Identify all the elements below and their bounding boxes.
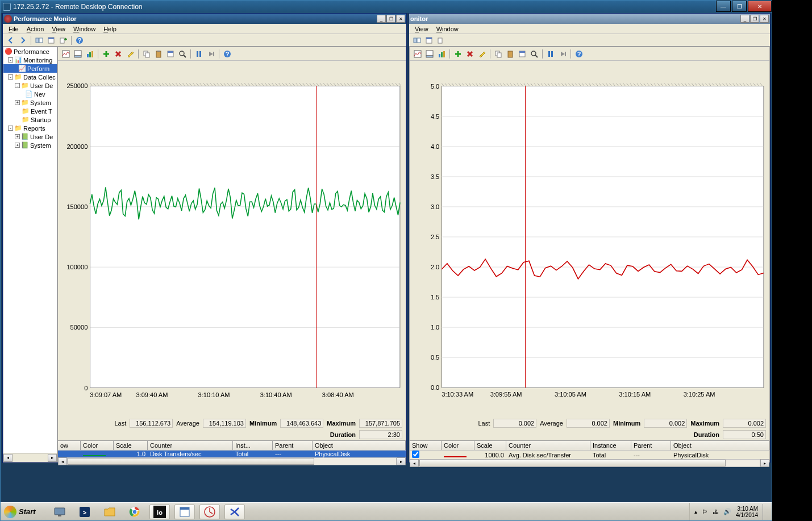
perfmon-b-titlebar[interactable]: onitor _ ❐ ✕: [409, 14, 770, 24]
minimize-button[interactable]: _: [377, 15, 386, 23]
freeze-button[interactable]: [193, 48, 205, 60]
taskbar-app-explorer[interactable]: [99, 505, 120, 519]
counter-grid-a[interactable]: ow Color Scale Counter Inst... Parent Ob…: [58, 440, 406, 462]
chart-a-plot[interactable]: 0500001000001500002000002500003:09:07 AM…: [58, 61, 406, 418]
col-counter[interactable]: Counter: [148, 441, 233, 450]
back-button[interactable]: [5, 35, 16, 46]
tray-clock[interactable]: 3:10 AM 4/1/2014: [736, 506, 758, 518]
collapse-icon[interactable]: -: [15, 83, 20, 88]
change-type-button[interactable]: [436, 48, 447, 60]
tree-h-scrollbar[interactable]: ◂ ▸: [3, 453, 57, 462]
scroll-right-button[interactable]: ▸: [397, 457, 406, 465]
help-button[interactable]: ?: [222, 48, 233, 60]
network-icon[interactable]: 🖧: [713, 509, 719, 515]
show-desktop-button[interactable]: [763, 504, 767, 520]
col-object[interactable]: Object: [671, 441, 769, 450]
sound-icon[interactable]: 🔊: [723, 508, 731, 515]
freeze-button[interactable]: [545, 48, 556, 60]
highlight-button[interactable]: [124, 48, 136, 60]
tree-perfmon-item[interactable]: 📈Perform: [3, 64, 57, 73]
tree-userdef2[interactable]: +📗User De: [3, 132, 57, 141]
copy-button[interactable]: [141, 48, 152, 60]
paste-button[interactable]: [153, 48, 164, 60]
menu-action[interactable]: Action: [23, 25, 48, 33]
collapse-icon[interactable]: -: [8, 57, 13, 62]
flag-icon[interactable]: 🏳: [702, 509, 708, 515]
view-current-button[interactable]: [60, 48, 72, 60]
restore-button[interactable]: ❐: [386, 15, 395, 23]
chart-b-plot[interactable]: 0.00.51.01.52.02.53.03.54.04.55.03:10:33…: [410, 61, 769, 418]
maximize-button[interactable]: ❐: [732, 1, 747, 12]
col-color[interactable]: Color: [442, 441, 474, 450]
menu-window[interactable]: Window: [433, 25, 462, 33]
properties-button[interactable]: [165, 48, 176, 60]
taskbar-app-server-manager[interactable]: [49, 505, 70, 519]
view-log-button[interactable]: [424, 48, 435, 60]
expand-icon[interactable]: +: [15, 134, 20, 139]
tree-root[interactable]: 🔴Performance: [3, 47, 57, 56]
grid-h-scrollbar[interactable]: ◂ ▸: [58, 457, 406, 465]
help-button[interactable]: ?: [74, 35, 85, 46]
minimize-button[interactable]: _: [740, 15, 749, 23]
zoom-button[interactable]: [177, 48, 188, 60]
tree-reports[interactable]: -📁Reports: [3, 124, 57, 132]
close-button[interactable]: ✕: [748, 1, 772, 12]
tree-pane[interactable]: 🔴Performance -📊Monitoring 📈Perform -📁Dat…: [3, 47, 57, 462]
col-parent[interactable]: Parent: [273, 441, 313, 450]
expand-icon[interactable]: +: [15, 100, 20, 105]
scroll-left-button[interactable]: ◂: [410, 459, 419, 467]
help-button[interactable]: ?: [573, 48, 585, 60]
counter-grid-b[interactable]: Show Color Scale Counter Instance Parent…: [410, 440, 769, 462]
show-hidden-icons-button[interactable]: ▴: [694, 509, 697, 515]
view-log-button[interactable]: [72, 48, 84, 60]
scroll-left-button[interactable]: ◂: [58, 457, 67, 465]
taskbar-app-window[interactable]: [174, 505, 195, 519]
update-button[interactable]: [205, 48, 216, 60]
tree-startup[interactable]: 📁Startup: [3, 115, 57, 124]
export-button[interactable]: [435, 35, 447, 46]
counter-row[interactable]: 1000.0 Avg. Disk sec/Transfer Total --- …: [410, 451, 769, 459]
change-type-button[interactable]: [84, 48, 95, 60]
taskbar-app-chrome[interactable]: [124, 505, 145, 519]
tree-new[interactable]: 📄Nev: [3, 90, 57, 98]
restore-button[interactable]: ❐: [750, 15, 759, 23]
properties-button[interactable]: [517, 48, 528, 60]
tree-monitoring[interactable]: -📊Monitoring: [3, 56, 57, 64]
paste-button[interactable]: [505, 48, 516, 60]
menu-window[interactable]: Window: [70, 25, 99, 33]
menu-view[interactable]: View: [411, 25, 432, 33]
show-checkbox[interactable]: [412, 451, 419, 458]
delete-counter-button[interactable]: [464, 48, 476, 60]
grid-h-scrollbar[interactable]: ◂ ▸: [410, 459, 769, 467]
scroll-right-button[interactable]: ▸: [760, 459, 769, 467]
tree-userdef1[interactable]: -📁User De: [3, 81, 57, 90]
add-counter-button[interactable]: [101, 48, 112, 60]
close-button[interactable]: ✕: [396, 15, 405, 23]
col-show[interactable]: Show: [410, 441, 442, 450]
scroll-right-button[interactable]: ▸: [48, 454, 57, 462]
show-hide-tree-button[interactable]: [411, 35, 423, 46]
forward-button[interactable]: [17, 35, 28, 46]
tree-datacoll[interactable]: -📁Data Collec: [3, 73, 57, 81]
tree-system1[interactable]: +📁System: [3, 98, 57, 107]
scroll-left-button[interactable]: ◂: [3, 454, 13, 462]
col-show[interactable]: ow: [58, 441, 81, 450]
properties-button[interactable]: [45, 35, 57, 46]
perfmon-a-titlebar[interactable]: Performance Monitor _ ❐ ✕: [3, 14, 406, 24]
taskbar-app-perfmon[interactable]: [199, 505, 220, 519]
copy-button[interactable]: [493, 48, 504, 60]
col-object[interactable]: Object: [313, 441, 406, 450]
zoom-button[interactable]: [528, 48, 540, 60]
minimize-button[interactable]: —: [716, 1, 731, 12]
menu-help[interactable]: Help: [100, 25, 120, 33]
show-hide-tree-button[interactable]: [34, 35, 45, 46]
collapse-icon[interactable]: -: [8, 74, 13, 80]
col-instance[interactable]: Instance: [590, 441, 631, 450]
menu-file[interactable]: File: [5, 25, 22, 33]
add-counter-button[interactable]: [452, 48, 464, 60]
start-button[interactable]: Start: [2, 503, 41, 520]
expand-icon[interactable]: +: [15, 143, 20, 148]
tree-system2[interactable]: +📗System: [3, 141, 57, 149]
taskbar-app-visualstudio[interactable]: [224, 505, 245, 519]
properties-button[interactable]: [423, 35, 435, 46]
